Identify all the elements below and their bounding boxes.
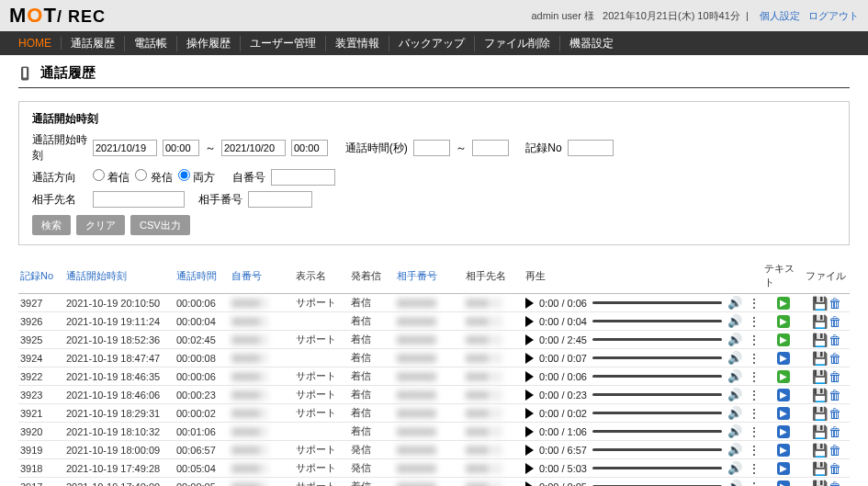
text-icon[interactable]: ▶ [777, 425, 790, 438]
input-date-from[interactable] [93, 140, 157, 156]
more-icon[interactable]: ⋮ [748, 335, 761, 345]
nav-file-delete[interactable]: ファイル削除 [475, 36, 560, 51]
audio-track[interactable] [592, 356, 722, 359]
link-personal-settings[interactable]: 個人設定 [760, 10, 800, 21]
save-icon[interactable]: 💾 [812, 297, 825, 310]
input-time-to[interactable] [291, 140, 328, 156]
delete-icon[interactable]: 🗑 [829, 333, 841, 346]
audio-track[interactable] [592, 301, 722, 304]
save-icon[interactable]: 💾 [812, 333, 825, 346]
delete-icon[interactable]: 🗑 [829, 444, 841, 457]
play-icon[interactable] [525, 463, 534, 474]
volume-icon[interactable]: 🔊 [727, 314, 742, 328]
delete-icon[interactable]: 🗑 [829, 462, 841, 475]
nav-user-mgmt[interactable]: ユーザー管理 [241, 36, 326, 51]
play-icon[interactable] [525, 298, 534, 309]
more-icon[interactable]: ⋮ [748, 427, 761, 436]
audio-track[interactable] [592, 375, 722, 378]
save-icon[interactable]: 💾 [812, 444, 825, 457]
text-icon[interactable]: ▶ [777, 389, 790, 401]
input-recno[interactable] [568, 140, 614, 156]
text-icon[interactable]: ▶ [777, 297, 790, 310]
play-icon[interactable] [525, 353, 534, 364]
save-icon[interactable]: 💾 [812, 480, 825, 487]
audio-track[interactable] [592, 448, 722, 451]
more-icon[interactable]: ⋮ [748, 372, 761, 381]
volume-icon[interactable]: 🔊 [727, 369, 742, 383]
play-icon[interactable] [525, 445, 534, 456]
input-peernum[interactable] [248, 191, 312, 208]
volume-icon[interactable]: 🔊 [727, 296, 742, 310]
volume-icon[interactable]: 🔊 [727, 480, 742, 486]
text-icon[interactable]: ▶ [777, 407, 790, 420]
more-icon[interactable]: ⋮ [748, 317, 761, 326]
input-peername[interactable] [93, 191, 185, 208]
audio-track[interactable] [592, 393, 722, 396]
text-icon[interactable]: ▶ [777, 462, 790, 475]
delete-icon[interactable]: 🗑 [829, 352, 841, 365]
nav-op-history[interactable]: 操作履歴 [177, 36, 241, 51]
col-peernum[interactable]: 相手番号 [395, 258, 464, 294]
volume-icon[interactable]: 🔊 [727, 424, 742, 438]
delete-icon[interactable]: 🗑 [829, 389, 841, 401]
col-mynum[interactable]: 自番号 [230, 258, 294, 294]
audio-track[interactable] [592, 338, 722, 341]
delete-icon[interactable]: 🗑 [829, 407, 841, 420]
save-icon[interactable]: 💾 [812, 389, 825, 401]
clear-button[interactable]: クリア [76, 215, 125, 235]
col-duration[interactable]: 通話時間 [175, 258, 230, 294]
delete-icon[interactable]: 🗑 [829, 315, 841, 328]
more-icon[interactable]: ⋮ [748, 464, 761, 473]
input-duration-from[interactable] [413, 140, 450, 156]
play-icon[interactable] [525, 334, 534, 345]
csv-export-button[interactable]: CSV出力 [130, 215, 190, 235]
delete-icon[interactable]: 🗑 [829, 297, 841, 310]
text-icon[interactable]: ▶ [777, 444, 790, 457]
text-icon[interactable]: ▶ [777, 352, 790, 365]
text-icon[interactable]: ▶ [777, 315, 790, 328]
nav-phonebook[interactable]: 電話帳 [125, 36, 177, 51]
delete-icon[interactable]: 🗑 [829, 370, 841, 383]
nav-call-history[interactable]: 通話履歴 [62, 36, 125, 51]
play-icon[interactable] [525, 371, 534, 382]
nav-backup[interactable]: バックアップ [389, 36, 475, 51]
more-icon[interactable]: ⋮ [748, 390, 761, 400]
play-icon[interactable] [525, 390, 534, 401]
volume-icon[interactable]: 🔊 [727, 443, 742, 457]
radio-both[interactable]: 両方 [178, 169, 215, 186]
save-icon[interactable]: 💾 [812, 425, 825, 438]
play-icon[interactable] [525, 408, 534, 419]
radio-outgoing[interactable]: 発信 [135, 169, 172, 186]
play-icon[interactable] [525, 316, 534, 327]
save-icon[interactable]: 💾 [812, 370, 825, 383]
col-starttime[interactable]: 通話開始時刻 [64, 258, 175, 294]
audio-track[interactable] [592, 320, 722, 322]
input-mynum[interactable] [271, 169, 335, 186]
text-icon[interactable]: ▶ [777, 480, 790, 487]
more-icon[interactable]: ⋮ [748, 409, 761, 418]
volume-icon[interactable]: 🔊 [727, 461, 742, 475]
audio-track[interactable] [592, 412, 722, 414]
col-recno[interactable]: 記録No [18, 258, 64, 294]
input-duration-to[interactable] [472, 140, 509, 156]
input-time-from[interactable] [163, 140, 199, 156]
input-date-to[interactable] [221, 140, 286, 156]
audio-track[interactable] [592, 430, 722, 433]
play-icon[interactable] [525, 481, 534, 487]
volume-icon[interactable]: 🔊 [727, 406, 742, 420]
play-icon[interactable] [525, 426, 534, 437]
more-icon[interactable]: ⋮ [748, 299, 761, 308]
delete-icon[interactable]: 🗑 [829, 425, 841, 438]
nav-home[interactable]: HOME [9, 37, 62, 50]
delete-icon[interactable]: 🗑 [829, 480, 841, 487]
volume-icon[interactable]: 🔊 [727, 333, 742, 346]
more-icon[interactable]: ⋮ [748, 446, 761, 455]
nav-device-settings[interactable]: 機器設定 [560, 36, 623, 51]
text-icon[interactable]: ▶ [777, 370, 790, 383]
save-icon[interactable]: 💾 [812, 352, 825, 365]
volume-icon[interactable]: 🔊 [727, 388, 742, 401]
save-icon[interactable]: 💾 [812, 407, 825, 420]
more-icon[interactable]: ⋮ [748, 354, 761, 363]
volume-icon[interactable]: 🔊 [727, 351, 742, 365]
radio-incoming[interactable]: 着信 [93, 169, 130, 186]
